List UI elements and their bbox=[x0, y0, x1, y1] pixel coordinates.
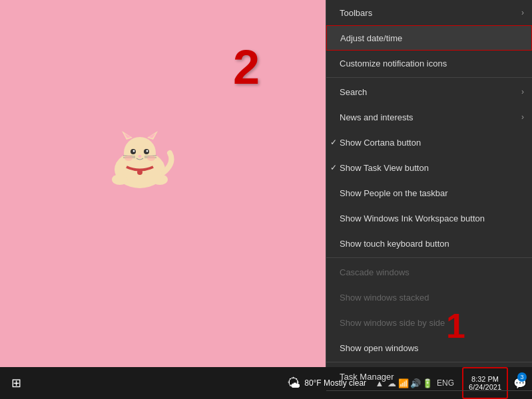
svg-point-16 bbox=[147, 156, 155, 161]
menu-item-adjust-date-time[interactable]: Adjust date/time bbox=[326, 25, 532, 51]
menu-item-news-interests[interactable]: News and interests› bbox=[326, 104, 532, 130]
menu-label-show-open: Show open windows bbox=[340, 343, 419, 353]
menu-item-show-ink[interactable]: Show Windows Ink Workspace button bbox=[326, 205, 532, 231]
annotation-1: 1 bbox=[446, 306, 465, 346]
menu-label-show-people: Show People on the taskbar bbox=[340, 188, 448, 198]
menu-item-stacked: Show windows stacked bbox=[326, 285, 532, 310]
annotation-2: 2 bbox=[233, 40, 260, 94]
menu-item-search[interactable]: Search› bbox=[326, 79, 532, 104]
menu-label-toolbars: Toolbars bbox=[340, 8, 372, 18]
menu-label-show-task-view: Show Task View button bbox=[340, 163, 429, 173]
arrow-search: › bbox=[521, 87, 524, 96]
menu-item-show-people[interactable]: Show People on the taskbar bbox=[326, 180, 532, 205]
menu-separator-sep3 bbox=[326, 362, 532, 362]
checkmark-show-task-view: ✓ bbox=[330, 163, 337, 172]
arrow-news-interests: › bbox=[521, 112, 524, 122]
start-button[interactable]: ⊞ bbox=[5, 372, 27, 394]
menu-label-side-by-side: Show windows side by side bbox=[340, 318, 445, 328]
menu-item-show-task-view[interactable]: ✓Show Task View button bbox=[326, 155, 532, 180]
svg-point-17 bbox=[137, 170, 142, 175]
menu-item-side-by-side: Show windows side by side bbox=[326, 310, 532, 335]
desktop: 2 bbox=[0, 0, 532, 399]
menu-item-lock-taskbar[interactable]: ✓Lock the taskbar bbox=[326, 392, 532, 399]
svg-point-10 bbox=[138, 155, 142, 158]
cat-mascot bbox=[103, 130, 176, 190]
menu-item-show-touch-kb[interactable]: Show touch keyboard button bbox=[326, 231, 532, 256]
menu-separator-sep4 bbox=[326, 390, 532, 391]
menu-label-show-cortana: Show Cortana button bbox=[340, 138, 421, 148]
checkmark-show-cortana: ✓ bbox=[330, 138, 337, 147]
menu-label-stacked: Show windows stacked bbox=[340, 293, 429, 303]
svg-point-19 bbox=[152, 174, 168, 185]
svg-point-9 bbox=[146, 150, 148, 152]
menu-label-adjust-date-time: Adjust date/time bbox=[340, 33, 402, 43]
svg-point-18 bbox=[112, 174, 128, 185]
menu-item-cascade: Cascade windows bbox=[326, 259, 532, 285]
menu-label-search: Search bbox=[340, 87, 367, 97]
menu-item-show-open[interactable]: Show open windows bbox=[326, 335, 532, 360]
menu-item-task-manager[interactable]: Task Manager bbox=[326, 364, 532, 389]
context-menu: Toolbars›Adjust date/timeCustomize notif… bbox=[326, 0, 532, 367]
menu-item-customize-notif[interactable]: Customize notification icons bbox=[326, 51, 532, 76]
menu-separator-sep1 bbox=[326, 77, 532, 78]
taskbar-left: ⊞ bbox=[0, 372, 282, 394]
svg-point-15 bbox=[125, 156, 133, 161]
menu-separator-sep2 bbox=[326, 257, 532, 258]
menu-label-task-manager: Task Manager bbox=[340, 372, 394, 382]
menu-label-news-interests: News and interests bbox=[340, 112, 413, 122]
menu-label-customize-notif: Customize notification icons bbox=[340, 59, 447, 68]
arrow-toolbars: › bbox=[521, 8, 524, 17]
menu-label-show-touch-kb: Show touch keyboard button bbox=[340, 239, 449, 249]
svg-point-1 bbox=[124, 137, 156, 169]
weather-icon: 🌤 bbox=[287, 376, 300, 391]
menu-item-show-cortana[interactable]: ✓Show Cortana button bbox=[326, 130, 532, 155]
menu-label-show-ink: Show Windows Ink Workspace button bbox=[340, 213, 485, 223]
menu-item-toolbars[interactable]: Toolbars› bbox=[326, 0, 532, 25]
menu-label-cascade: Cascade windows bbox=[340, 267, 409, 277]
svg-point-8 bbox=[133, 150, 135, 152]
